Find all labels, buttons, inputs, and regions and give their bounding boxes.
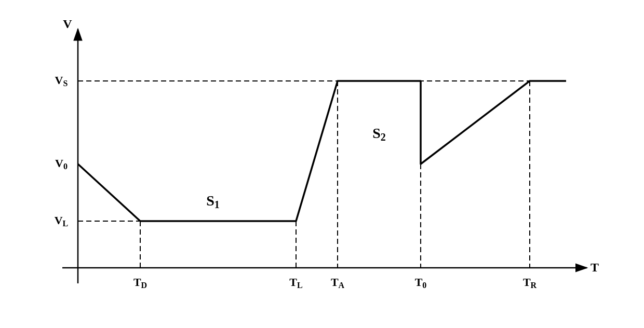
- td-label: TD: [133, 276, 147, 290]
- s2-label: S2: [372, 125, 386, 143]
- t-axis-label: T: [591, 261, 599, 274]
- ta-label: TA: [331, 276, 345, 290]
- tl-label: TL: [289, 276, 302, 290]
- vl-label: VL: [55, 214, 69, 228]
- t0-label: T0: [415, 276, 427, 290]
- tr-label: TR: [523, 276, 537, 290]
- vs-label: VS: [55, 74, 68, 88]
- waveform: [78, 81, 566, 221]
- chart-container: VS V0 VL TD TL TA T0 TR V T S1 S2: [36, 19, 608, 309]
- v-axis-label: V: [63, 19, 72, 31]
- v0-label: V0: [55, 157, 68, 171]
- s1-label: S1: [206, 193, 220, 210]
